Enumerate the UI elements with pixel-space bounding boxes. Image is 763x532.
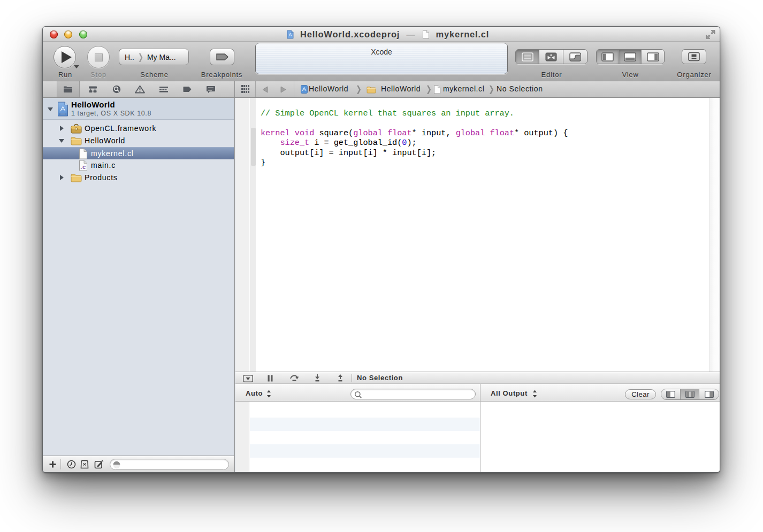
- svg-text:.c: .c: [80, 164, 86, 170]
